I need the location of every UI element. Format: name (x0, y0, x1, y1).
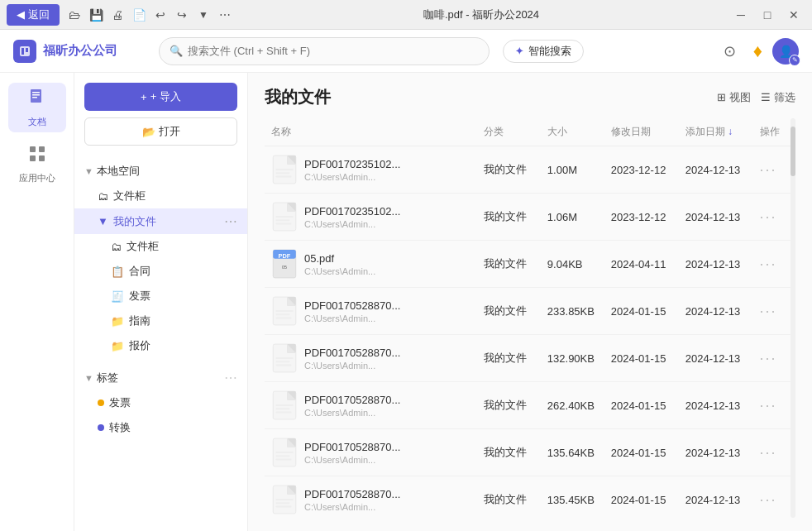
my-files-item[interactable]: ▼ 我的文件 ⋯ (74, 208, 247, 234)
quote-item[interactable]: 📁 报价 (74, 333, 247, 358)
open-button[interactable]: 📂 打开 (84, 117, 237, 146)
file-cabinet-item[interactable]: 🗂 文件柜 ⋯ (74, 184, 247, 208)
table-row[interactable]: PDF 05 05.pdf C:\Users\Admin... 我的文件 9.0… (265, 241, 795, 288)
col-size: 大小 (541, 118, 604, 146)
view-button[interactable]: ⊞ 视图 (717, 90, 751, 105)
action-dots-icon[interactable]: ··· (760, 256, 777, 272)
table-row[interactable]: PDF00170235102... C:\Users\Admin... 我的文件… (265, 146, 795, 194)
open-icon: 📂 (142, 126, 155, 138)
file-action[interactable]: ··· (753, 146, 795, 194)
svg-rect-27 (275, 310, 293, 312)
action-dots-icon[interactable]: ··· (760, 444, 777, 461)
scrollbar-thumb[interactable] (791, 127, 795, 176)
file-name-cell: PDF00170528870... C:\Users\Admin... (271, 485, 470, 514)
table-row[interactable]: PDF00170528870... C:\Users\Admin... 我的文件… (265, 335, 795, 382)
file-action[interactable]: ··· (753, 382, 795, 429)
undo-icon[interactable]: ↩ (152, 7, 169, 23)
file-action[interactable]: ··· (753, 194, 795, 241)
col-modified: 修改日期 (604, 118, 679, 146)
redo-icon[interactable]: ↪ (174, 7, 190, 23)
file-added: 2024-12-13 (679, 146, 753, 194)
file-table-container[interactable]: 名称 分类 大小 修改日期 添加 (265, 118, 795, 518)
file-action[interactable]: ··· (753, 476, 795, 519)
table-row[interactable]: PDF00170235102... C:\Users\Admin... 我的文件… (265, 194, 795, 241)
page-title: 我的文件 (265, 86, 331, 108)
ai-search-button[interactable]: ✦ 智能搜索 (503, 40, 584, 63)
folder-icon[interactable]: 🗁 (66, 7, 83, 23)
file-action[interactable]: ··· (753, 288, 795, 335)
file-action[interactable]: ··· (753, 335, 795, 382)
filter-button[interactable]: ☰ 筛选 (761, 90, 795, 105)
file-icon (271, 296, 298, 326)
search-input[interactable] (188, 45, 479, 57)
svg-rect-13 (275, 169, 293, 170)
tags-header[interactable]: ▼ 标签 ⋯ (74, 365, 247, 390)
action-dots-icon[interactable]: ··· (760, 161, 777, 178)
more-icon[interactable]: ⋯ (217, 7, 233, 23)
local-space-label: 本地空间 (97, 164, 140, 179)
file-size: 1.00M (541, 146, 604, 194)
invoice-item[interactable]: 🧾 发票 (74, 284, 247, 309)
action-dots-icon[interactable]: ··· (760, 303, 777, 319)
file-path: C:\Users\Admin... (304, 172, 400, 182)
file-added: 2024-12-13 (679, 241, 753, 288)
action-dots-icon[interactable]: ··· (760, 491, 777, 508)
document-icon (27, 88, 47, 112)
file-size: 233.85KB (541, 288, 604, 335)
guide-item[interactable]: 📁 指南 (74, 309, 247, 333)
file-modified: 2024-01-15 (604, 429, 679, 476)
my-files-dots[interactable]: ⋯ (224, 213, 237, 229)
tags-label: 标签 (97, 371, 118, 385)
table-row[interactable]: PDF00170528870... C:\Users\Admin... 我的文件… (265, 288, 795, 335)
print-icon[interactable]: 🖨 (109, 7, 126, 23)
file-action[interactable]: ··· (753, 241, 795, 288)
svg-rect-43 (275, 455, 289, 457)
file-modified: 2024-01-15 (604, 382, 679, 429)
file-action[interactable]: ··· (753, 429, 795, 476)
save-icon[interactable]: 💾 (88, 7, 104, 23)
search-bar[interactable]: 🔍 (159, 37, 490, 65)
my-files-chevron: ▼ (98, 215, 108, 227)
ai-icon: ✦ (515, 45, 523, 57)
col-action: 操作 (753, 118, 795, 146)
import-button[interactable]: + + 导入 (84, 83, 237, 111)
svg-text:05: 05 (282, 265, 287, 270)
table-row[interactable]: PDF00170528870... C:\Users\Admin... 我的文件… (265, 382, 795, 429)
action-dots-icon[interactable]: ··· (760, 208, 777, 225)
maximize-button[interactable]: □ (756, 3, 779, 26)
file-cabinet-sub-item[interactable]: 🗂 文件柜 ⋯ (74, 234, 247, 259)
table-row[interactable]: PDF00170528870... C:\Users\Admin... 我的文件… (265, 429, 795, 476)
svg-rect-47 (275, 499, 293, 500)
table-row[interactable]: PDF00170528870... C:\Users\Admin... 我的文件… (265, 476, 795, 519)
tags-chevron: ▼ (84, 373, 93, 383)
svg-rect-48 (275, 502, 289, 504)
settings-button[interactable]: ⊙ (717, 38, 743, 65)
sidebar-item-document[interactable]: 文档 (8, 83, 66, 132)
view-icon: ⊞ (717, 91, 726, 103)
premium-icon[interactable]: ♦ (753, 41, 762, 62)
close-button[interactable]: ✕ (782, 3, 805, 26)
minimize-button[interactable]: ─ (729, 3, 752, 26)
file-icon (271, 390, 298, 420)
sidebar-item-app-center[interactable]: 应用中心 (8, 139, 66, 189)
svg-text:PDF: PDF (279, 252, 291, 260)
contract-item[interactable]: 📋 合同 (74, 259, 247, 284)
file-added: 2024-12-13 (679, 335, 753, 382)
tag-invoice-item[interactable]: 发票 (74, 390, 247, 415)
app-body: 福昕办公公司 🔍 ✦ 智能搜索 ⊙ ♦ 👤 ✎ (0, 30, 812, 531)
action-dots-icon[interactable]: ··· (760, 397, 777, 414)
main-content: 我的文件 ⊞ 视图 ☰ 筛选 (248, 73, 812, 531)
file-icon[interactable]: 📄 (131, 7, 147, 23)
back-button[interactable]: ◀ 返回 (7, 4, 60, 26)
contract-icon: 📋 (111, 266, 124, 278)
local-space-header[interactable]: ▼ 本地空间 (74, 159, 247, 184)
col-added[interactable]: 添加日期 ↓ (679, 118, 753, 146)
tags-more-icon[interactable]: ⋯ (224, 370, 237, 385)
dropdown-icon[interactable]: ▼ (195, 7, 212, 23)
avatar[interactable]: 👤 ✎ (772, 38, 799, 65)
avatar-badge: ✎ (789, 55, 800, 66)
file-modified: 2023-12-12 (604, 146, 679, 194)
tag-convert-item[interactable]: 转换 (74, 415, 247, 440)
svg-rect-15 (275, 175, 291, 177)
action-dots-icon[interactable]: ··· (760, 350, 777, 366)
